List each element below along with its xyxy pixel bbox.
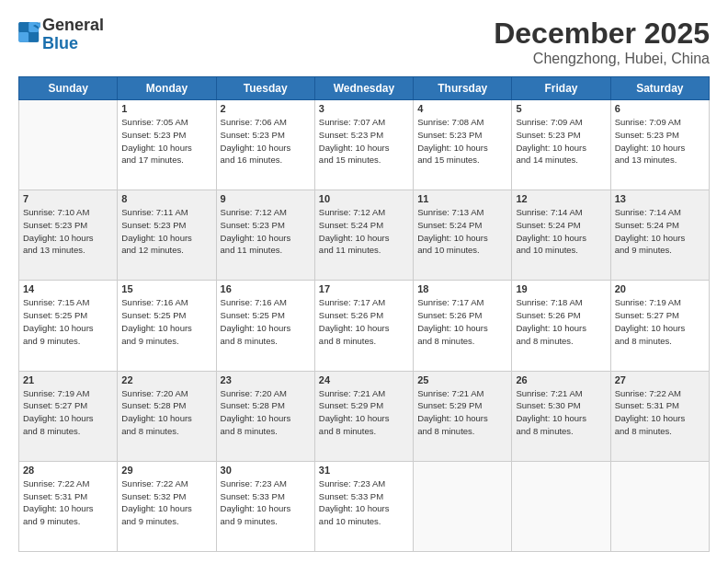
day-number: 16	[221, 283, 311, 294]
calendar-cell: 18Sunrise: 7:17 AMSunset: 5:26 PMDayligh…	[414, 281, 512, 371]
calendar-cell: 8Sunrise: 7:11 AMSunset: 5:23 PMDaylight…	[118, 190, 216, 281]
calendar-cell	[610, 461, 709, 551]
calendar-cell: 21Sunrise: 7:19 AMSunset: 5:27 PMDayligh…	[19, 371, 118, 461]
day-number: 19	[516, 283, 606, 294]
calendar-cell: 23Sunrise: 7:20 AMSunset: 5:28 PMDayligh…	[216, 371, 314, 461]
logo-text: General Blue	[42, 17, 104, 53]
day-number: 25	[417, 374, 507, 385]
day-number: 30	[221, 465, 311, 476]
sun-info: Sunrise: 7:22 AMSunset: 5:31 PMDaylight:…	[23, 477, 113, 528]
calendar-cell: 12Sunrise: 7:14 AMSunset: 5:24 PMDayligh…	[512, 190, 610, 281]
day-number: 23	[221, 374, 311, 385]
calendar-cell: 6Sunrise: 7:09 AMSunset: 5:23 PMDaylight…	[610, 100, 709, 190]
calendar-cell: 28Sunrise: 7:22 AMSunset: 5:31 PMDayligh…	[19, 461, 118, 551]
sun-info: Sunrise: 7:15 AMSunset: 5:25 PMDaylight:…	[23, 296, 113, 347]
sun-info: Sunrise: 7:20 AMSunset: 5:28 PMDaylight:…	[121, 387, 211, 438]
sun-info: Sunrise: 7:09 AMSunset: 5:23 PMDaylight:…	[615, 116, 705, 167]
day-number: 22	[121, 374, 211, 385]
calendar-cell: 5Sunrise: 7:09 AMSunset: 5:23 PMDaylight…	[512, 100, 610, 190]
day-number: 10	[319, 193, 409, 204]
day-number: 26	[516, 374, 606, 385]
calendar-cell	[414, 461, 512, 551]
sun-info: Sunrise: 7:19 AMSunset: 5:27 PMDaylight:…	[615, 296, 705, 347]
sun-info: Sunrise: 7:07 AMSunset: 5:23 PMDaylight:…	[319, 116, 409, 167]
sun-info: Sunrise: 7:08 AMSunset: 5:23 PMDaylight:…	[417, 116, 507, 167]
sun-info: Sunrise: 7:22 AMSunset: 5:32 PMDaylight:…	[121, 477, 211, 528]
day-number: 21	[23, 374, 113, 385]
page: General Blue December 2025 Chengzhong, H…	[0, 0, 728, 563]
calendar-cell: 22Sunrise: 7:20 AMSunset: 5:28 PMDayligh…	[118, 371, 216, 461]
title-block: December 2025 Chengzhong, Hubei, China	[494, 17, 710, 67]
weekday-header-thursday: Thursday	[414, 77, 512, 100]
calendar-cell: 17Sunrise: 7:17 AMSunset: 5:26 PMDayligh…	[314, 281, 413, 371]
month-title: December 2025	[494, 17, 710, 51]
day-number: 9	[221, 193, 311, 204]
calendar-cell: 27Sunrise: 7:22 AMSunset: 5:31 PMDayligh…	[610, 371, 709, 461]
logo: General Blue	[18, 17, 104, 53]
sun-info: Sunrise: 7:09 AMSunset: 5:23 PMDaylight:…	[516, 116, 606, 167]
day-number: 29	[121, 465, 211, 476]
weekday-header-friday: Friday	[512, 77, 610, 100]
sun-info: Sunrise: 7:05 AMSunset: 5:23 PMDaylight:…	[121, 116, 211, 167]
logo-icon	[18, 22, 40, 48]
sun-info: Sunrise: 7:12 AMSunset: 5:24 PMDaylight:…	[319, 206, 409, 257]
day-number: 24	[319, 374, 409, 385]
day-number: 2	[221, 103, 311, 114]
sun-info: Sunrise: 7:23 AMSunset: 5:33 PMDaylight:…	[319, 477, 409, 528]
day-number: 13	[615, 193, 705, 204]
calendar-cell: 25Sunrise: 7:21 AMSunset: 5:29 PMDayligh…	[414, 371, 512, 461]
sun-info: Sunrise: 7:23 AMSunset: 5:33 PMDaylight:…	[221, 477, 311, 528]
calendar-cell: 16Sunrise: 7:16 AMSunset: 5:25 PMDayligh…	[216, 281, 314, 371]
day-number: 14	[23, 283, 113, 294]
day-number: 18	[417, 283, 507, 294]
sun-info: Sunrise: 7:21 AMSunset: 5:29 PMDaylight:…	[417, 387, 507, 438]
sun-info: Sunrise: 7:06 AMSunset: 5:23 PMDaylight:…	[221, 116, 311, 167]
calendar-cell: 3Sunrise: 7:07 AMSunset: 5:23 PMDaylight…	[314, 100, 413, 190]
svg-rect-4	[28, 32, 39, 42]
calendar-cell	[19, 100, 118, 190]
sun-info: Sunrise: 7:11 AMSunset: 5:23 PMDaylight:…	[121, 206, 211, 257]
svg-rect-1	[18, 22, 28, 32]
calendar-cell: 20Sunrise: 7:19 AMSunset: 5:27 PMDayligh…	[610, 281, 709, 371]
header: General Blue December 2025 Chengzhong, H…	[18, 17, 710, 67]
sun-info: Sunrise: 7:14 AMSunset: 5:24 PMDaylight:…	[516, 206, 606, 257]
day-number: 27	[615, 374, 705, 385]
day-number: 20	[615, 283, 705, 294]
day-number: 3	[319, 103, 409, 114]
sun-info: Sunrise: 7:17 AMSunset: 5:26 PMDaylight:…	[319, 296, 409, 347]
calendar-cell: 7Sunrise: 7:10 AMSunset: 5:23 PMDaylight…	[19, 190, 118, 281]
calendar-cell	[512, 461, 610, 551]
week-row-1: 1Sunrise: 7:05 AMSunset: 5:23 PMDaylight…	[19, 100, 710, 190]
calendar-cell: 19Sunrise: 7:18 AMSunset: 5:26 PMDayligh…	[512, 281, 610, 371]
sun-info: Sunrise: 7:21 AMSunset: 5:30 PMDaylight:…	[516, 387, 606, 438]
day-number: 15	[121, 283, 211, 294]
day-number: 5	[516, 103, 606, 114]
svg-rect-3	[18, 32, 28, 42]
day-number: 28	[23, 465, 113, 476]
day-number: 4	[417, 103, 507, 114]
logo-blue: Blue	[42, 35, 104, 53]
weekday-header-wednesday: Wednesday	[314, 77, 413, 100]
logo-general: General	[42, 17, 104, 35]
sun-info: Sunrise: 7:20 AMSunset: 5:28 PMDaylight:…	[221, 387, 311, 438]
calendar-cell: 11Sunrise: 7:13 AMSunset: 5:24 PMDayligh…	[414, 190, 512, 281]
calendar-cell: 31Sunrise: 7:23 AMSunset: 5:33 PMDayligh…	[314, 461, 413, 551]
sun-info: Sunrise: 7:14 AMSunset: 5:24 PMDaylight:…	[615, 206, 705, 257]
day-number: 8	[121, 193, 211, 204]
sun-info: Sunrise: 7:12 AMSunset: 5:23 PMDaylight:…	[221, 206, 311, 257]
calendar-cell: 10Sunrise: 7:12 AMSunset: 5:24 PMDayligh…	[314, 190, 413, 281]
calendar-cell: 1Sunrise: 7:05 AMSunset: 5:23 PMDaylight…	[118, 100, 216, 190]
day-number: 1	[121, 103, 211, 114]
calendar: SundayMondayTuesdayWednesdayThursdayFrid…	[18, 76, 710, 552]
week-row-5: 28Sunrise: 7:22 AMSunset: 5:31 PMDayligh…	[19, 461, 710, 551]
sun-info: Sunrise: 7:16 AMSunset: 5:25 PMDaylight:…	[121, 296, 211, 347]
calendar-cell: 26Sunrise: 7:21 AMSunset: 5:30 PMDayligh…	[512, 371, 610, 461]
weekday-header-row: SundayMondayTuesdayWednesdayThursdayFrid…	[19, 77, 710, 100]
week-row-3: 14Sunrise: 7:15 AMSunset: 5:25 PMDayligh…	[19, 281, 710, 371]
calendar-cell: 24Sunrise: 7:21 AMSunset: 5:29 PMDayligh…	[314, 371, 413, 461]
week-row-2: 7Sunrise: 7:10 AMSunset: 5:23 PMDaylight…	[19, 190, 710, 281]
day-number: 12	[516, 193, 606, 204]
day-number: 6	[615, 103, 705, 114]
calendar-cell: 13Sunrise: 7:14 AMSunset: 5:24 PMDayligh…	[610, 190, 709, 281]
weekday-header-sunday: Sunday	[19, 77, 118, 100]
